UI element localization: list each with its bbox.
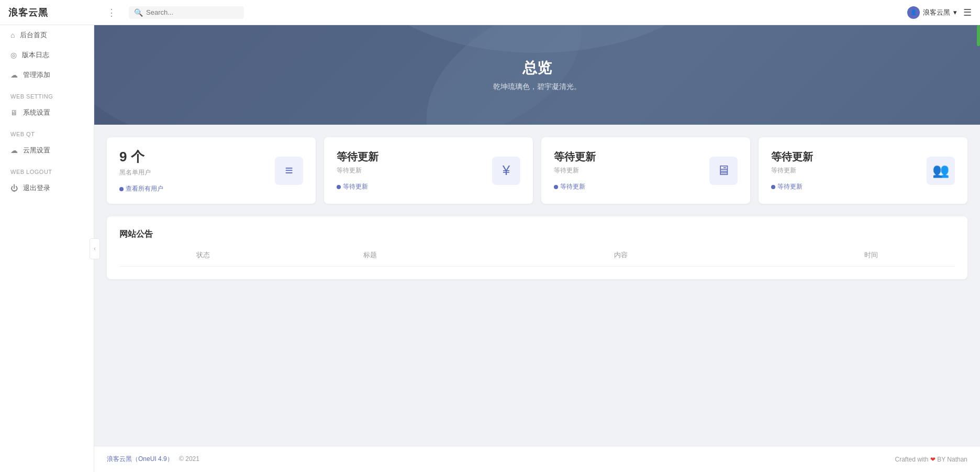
scrollbar-thumb: [977, 25, 980, 46]
announcements-title: 网站公告: [119, 229, 955, 240]
stat-link-2[interactable]: 等待更新: [337, 182, 378, 191]
stat-label-3: 等待更新: [554, 166, 596, 175]
stat-link-dot-3: [554, 185, 558, 189]
col-content: 内容: [453, 250, 787, 260]
stat-value-1: 9 个: [119, 148, 163, 166]
cloud-icon: ☁: [10, 146, 18, 155]
stat-card-left-4: 等待更新 等待更新 等待更新: [771, 150, 813, 191]
stat-card-blacklist: 9 个 黑名单用户 查看所有用户 ≡: [107, 137, 316, 204]
sidebar-label-dashboard: 后台首页: [20, 30, 47, 40]
home-icon: ⌂: [10, 31, 15, 39]
sidebar-label-cloud-settings: 云黑设置: [23, 146, 50, 155]
banner-subtitle: 乾坤琉璃色，碧宇凝清光。: [493, 82, 581, 92]
scrollbar: [977, 25, 980, 125]
sidebar-label-logout: 退出登录: [23, 183, 50, 193]
stat-card-left-2: 等待更新 等待更新 等待更新: [337, 150, 378, 191]
stat-icon-box-4: 👥: [927, 157, 955, 185]
logo: 浪客云黑: [8, 6, 103, 19]
monitor-icon-2: 🖥: [717, 162, 730, 179]
stat-label-4: 等待更新: [771, 166, 813, 175]
search-box: 🔍: [129, 6, 244, 19]
layout: ⌂ 后台首页 ◎ 版本日志 ☁ 管理添加 WEB SETTING 🖥 系统设置 …: [0, 25, 980, 472]
sidebar-label-system-settings: 系统设置: [23, 108, 50, 117]
sidebar-collapse-button[interactable]: ‹: [90, 238, 100, 259]
sidebar-section-web-setting: WEB SETTING: [0, 85, 94, 103]
heart-icon: ❤: [930, 456, 936, 463]
header-center: ⋮ 🔍: [103, 5, 907, 20]
footer-copyright: © 2021: [179, 455, 199, 463]
stat-link-dot-2: [337, 185, 341, 189]
footer-left: 浪客云黑（OneUI 4.9） © 2021: [107, 455, 199, 464]
stat-label-1: 黑名单用户: [119, 168, 163, 177]
stats-grid: 9 个 黑名单用户 查看所有用户 ≡ 等待更新 等: [107, 137, 967, 204]
stat-card-pending-3: 等待更新 等待更新 等待更新 🖥: [541, 137, 750, 204]
stat-icon-box-1: ≡: [275, 157, 303, 185]
sidebar-label-changelog: 版本日志: [22, 50, 49, 60]
stat-value-4: 等待更新: [771, 150, 813, 164]
users-icon: 👥: [932, 162, 949, 179]
stat-link-1[interactable]: 查看所有用户: [119, 184, 163, 193]
dropdown-icon: ▾: [953, 8, 957, 16]
changelog-icon: ◎: [10, 51, 17, 59]
announcements-panel: 网站公告 状态 标题 内容 时间: [107, 216, 967, 279]
sidebar-item-system-settings[interactable]: 🖥 系统设置: [0, 103, 94, 123]
yuan-icon: ¥: [503, 162, 510, 179]
stat-link-dot-1: [119, 187, 124, 191]
stat-card-pending-4: 等待更新 等待更新 等待更新 👥: [759, 137, 967, 204]
stat-card-left-1: 9 个 黑名单用户 查看所有用户: [119, 148, 163, 193]
col-status: 状态: [119, 250, 286, 260]
footer-author: Nathan: [947, 456, 967, 463]
footer-right: Crafted with ❤ BY Nathan: [895, 456, 967, 463]
search-icon: 🔍: [134, 8, 143, 17]
more-options-icon[interactable]: ⋮: [103, 5, 120, 20]
power-icon: ⏻: [10, 184, 18, 192]
cards-area: 9 个 黑名单用户 查看所有用户 ≡ 等待更新 等: [94, 125, 980, 292]
stat-link-dot-4: [771, 185, 775, 189]
banner-title: 总览: [522, 58, 552, 78]
stat-card-left-3: 等待更新 等待更新 等待更新: [554, 150, 596, 191]
stat-icon-box-3: 🖥: [709, 157, 738, 185]
footer-brand[interactable]: 浪客云黑（OneUI 4.9）: [107, 455, 173, 463]
username: 浪客云黑: [923, 8, 950, 17]
avatar: 👤: [907, 6, 920, 19]
monitor-icon: 🖥: [10, 108, 18, 117]
sidebar-section-web-qt: WEB QT: [0, 123, 94, 140]
stat-link-3[interactable]: 等待更新: [554, 182, 596, 191]
hamburger-icon[interactable]: ☰: [963, 7, 972, 18]
stat-label-2: 等待更新: [337, 166, 378, 175]
banner: 总览 乾坤琉璃色，碧宇凝清光。: [94, 25, 980, 125]
stat-link-4[interactable]: 等待更新: [771, 182, 813, 191]
sidebar-item-dashboard[interactable]: ⌂ 后台首页: [0, 25, 94, 45]
header-right: 👤 浪客云黑 ▾ ☰: [907, 6, 972, 19]
footer: 浪客云黑（OneUI 4.9） © 2021 Crafted with ❤ BY…: [94, 446, 980, 472]
stat-value-2: 等待更新: [337, 150, 378, 164]
main-content: 总览 乾坤琉璃色，碧宇凝清光。 9 个 黑名单用户 查看所有用户: [94, 25, 980, 472]
sidebar-item-add-admin[interactable]: ☁ 管理添加: [0, 65, 94, 85]
sidebar-item-logout[interactable]: ⏻ 退出登录: [0, 178, 94, 198]
table-header: 状态 标题 内容 时间: [119, 250, 955, 267]
search-input[interactable]: [146, 8, 230, 16]
sidebar-section-web-logout: WEB LOGOUT: [0, 160, 94, 178]
announcements-table: 状态 标题 内容 时间: [119, 250, 955, 267]
header: 浪客云黑 ⋮ 🔍 👤 浪客云黑 ▾ ☰: [0, 0, 980, 25]
sidebar-item-cloud-settings[interactable]: ☁ 云黑设置: [0, 140, 94, 160]
col-title: 标题: [286, 250, 453, 260]
stat-icon-box-2: ¥: [492, 157, 520, 185]
sidebar: ⌂ 后台首页 ◎ 版本日志 ☁ 管理添加 WEB SETTING 🖥 系统设置 …: [0, 25, 94, 472]
user-menu[interactable]: 👤 浪客云黑 ▾: [907, 6, 957, 19]
stat-value-3: 等待更新: [554, 150, 596, 164]
add-admin-icon: ☁: [10, 71, 18, 79]
col-time: 时间: [788, 250, 955, 260]
sidebar-label-add-admin: 管理添加: [23, 70, 50, 80]
stat-card-pending-2: 等待更新 等待更新 等待更新 ¥: [324, 137, 533, 204]
list-icon: ≡: [285, 162, 293, 179]
sidebar-item-changelog[interactable]: ◎ 版本日志: [0, 45, 94, 65]
